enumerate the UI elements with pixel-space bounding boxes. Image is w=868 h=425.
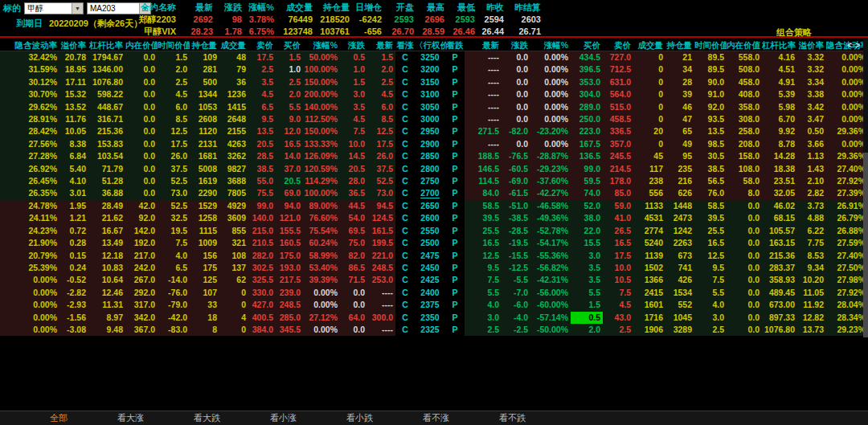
call-change-pct[interactable]: 150.00%: [303, 125, 340, 137]
call-time-value[interactable]: 2.0: [158, 63, 190, 76]
put-change-pct[interactable]: 0.00%: [530, 113, 571, 125]
put-premium-rate[interactable]: 1.13: [797, 150, 826, 162]
strike-price[interactable]: 3100: [415, 88, 445, 100]
put-intrinsic[interactable]: 0.0: [727, 225, 762, 237]
call-time-value[interactable]: 52.5: [158, 200, 190, 212]
put-premium-rate[interactable]: 11.92: [797, 299, 826, 311]
call-premium-rate[interactable]: 0.24: [59, 262, 88, 274]
call-time-value[interactable]: 26.0: [158, 150, 190, 162]
call-leverage[interactable]: 8.97: [88, 312, 125, 324]
call-change-pct[interactable]: 27.12%: [303, 312, 340, 324]
put-open-interest[interactable]: 3289: [665, 324, 694, 336]
call-ask[interactable]: 4.5: [248, 88, 276, 100]
call-last[interactable]: 4.5: [367, 88, 395, 100]
call-leverage[interactable]: 1794.67: [88, 51, 125, 64]
call-leverage[interactable]: 448.67: [88, 101, 125, 113]
put-iv[interactable]: 0.00%: [826, 101, 868, 113]
call-last[interactable]: ----: [367, 324, 395, 336]
put-last[interactable]: ----: [465, 113, 502, 125]
put-change-pct[interactable]: -54.17%: [530, 237, 571, 249]
put-intrinsic[interactable]: 0.0: [727, 250, 762, 262]
call-leverage[interactable]: 28.49: [88, 200, 125, 212]
put-change[interactable]: 0.0: [502, 76, 530, 88]
call-iv[interactable]: 24.78%: [0, 200, 59, 212]
call-change-pct[interactable]: 58.99%: [303, 250, 340, 262]
call-last[interactable]: 221.0: [367, 250, 395, 262]
put-iv[interactable]: 27.40%: [826, 163, 868, 175]
call-open-interest[interactable]: 1344: [190, 88, 219, 100]
put-leverage[interactable]: 46.02: [762, 200, 797, 212]
call-change-pct[interactable]: 53.40%: [303, 262, 340, 274]
put-last[interactable]: 84.0: [465, 187, 502, 199]
call-time-value[interactable]: -83.0: [158, 324, 190, 336]
call-change-pct[interactable]: 39.39%: [303, 274, 340, 286]
call-leverage[interactable]: 316.71: [88, 113, 125, 125]
call-leverage[interactable]: 10.64: [88, 274, 125, 286]
call-change-pct[interactable]: 140.00%: [303, 101, 340, 113]
scroll-right-icon[interactable]: >: [855, 41, 863, 50]
put-leverage[interactable]: 32.05: [762, 187, 797, 199]
put-iv[interactable]: 0.00%: [826, 138, 868, 150]
call-volume[interactable]: 4: [219, 312, 248, 324]
call-flag[interactable]: C: [395, 312, 415, 324]
call-last[interactable]: 124.5: [367, 212, 395, 224]
put-leverage[interactable]: 897.33: [762, 312, 797, 324]
call-ask[interactable]: 9.5: [248, 113, 276, 125]
put-flag[interactable]: P: [445, 51, 465, 64]
put-ask[interactable]: 59.0: [603, 200, 633, 212]
call-leverage[interactable]: 1346.00: [88, 63, 125, 76]
put-open-interest[interactable]: 552: [665, 299, 694, 311]
put-change[interactable]: -82.0: [502, 125, 530, 137]
put-change[interactable]: 0.0: [502, 101, 530, 113]
put-premium-rate[interactable]: 3.34: [797, 76, 826, 88]
put-flag[interactable]: P: [445, 163, 465, 175]
call-change-pct[interactable]: 60.24%: [303, 237, 340, 249]
put-volume[interactable]: 1906: [633, 324, 665, 336]
call-time-value[interactable]: 37.5: [158, 163, 190, 175]
call-open-interest[interactable]: 5008: [190, 163, 219, 175]
put-flag[interactable]: P: [445, 274, 465, 286]
put-leverage[interactable]: 4.51: [762, 63, 797, 76]
put-time-value[interactable]: 98.5: [694, 138, 727, 150]
put-intrinsic[interactable]: 558.0: [727, 51, 762, 64]
call-leverage[interactable]: 12.46: [88, 287, 125, 299]
call-ask[interactable]: 215.0: [248, 225, 276, 237]
call-premium-rate[interactable]: -3.08: [59, 324, 88, 336]
put-time-value[interactable]: 25.5: [694, 225, 727, 237]
put-change-pct[interactable]: -56.82%: [530, 262, 571, 274]
strike-price[interactable]: 2350: [415, 312, 445, 324]
call-last[interactable]: 1.5: [367, 51, 395, 64]
put-ask[interactable]: 515.0: [603, 101, 633, 113]
call-flag[interactable]: C: [395, 262, 415, 274]
put-ask[interactable]: 2.5: [603, 324, 633, 336]
put-last[interactable]: ----: [465, 101, 502, 113]
call-time-value[interactable]: -42.0: [158, 312, 190, 324]
call-ask[interactable]: 6.5: [248, 101, 276, 113]
call-bid[interactable]: 175.0: [276, 250, 303, 262]
call-last[interactable]: 73.0: [367, 187, 395, 199]
vertical-scrollbar[interactable]: [863, 39, 868, 337]
filter-tab-4[interactable]: 看小跌: [346, 412, 373, 424]
put-volume[interactable]: 0: [633, 101, 665, 113]
call-flag[interactable]: C: [395, 150, 415, 162]
call-open-interest[interactable]: 1053: [190, 101, 219, 113]
call-change[interactable]: 3.0: [340, 88, 367, 100]
call-bid[interactable]: 160.5: [276, 237, 303, 249]
put-volume[interactable]: 1133: [633, 200, 665, 212]
call-intrinsic[interactable]: 0.0: [125, 150, 158, 162]
put-change-pct[interactable]: -60.00%: [530, 299, 571, 311]
call-bid[interactable]: 94.0: [276, 200, 303, 212]
call-iv[interactable]: 26.92%: [0, 163, 59, 175]
put-open-interest[interactable]: 46: [665, 101, 694, 113]
put-change-pct[interactable]: 0.00%: [530, 51, 571, 64]
strike-price[interactable]: 2700: [415, 187, 445, 199]
call-bid[interactable]: 5.5: [276, 101, 303, 113]
call-iv[interactable]: 26.45%: [0, 175, 59, 187]
call-iv[interactable]: 25.39%: [0, 262, 59, 274]
put-change[interactable]: -60.5: [502, 163, 530, 175]
call-ask[interactable]: 3.5: [248, 76, 276, 88]
put-volume[interactable]: 0: [633, 138, 665, 150]
put-iv[interactable]: 27.98%: [826, 274, 868, 286]
call-open-interest[interactable]: 1619: [190, 175, 219, 187]
put-change-pct[interactable]: 0.00%: [530, 76, 571, 88]
